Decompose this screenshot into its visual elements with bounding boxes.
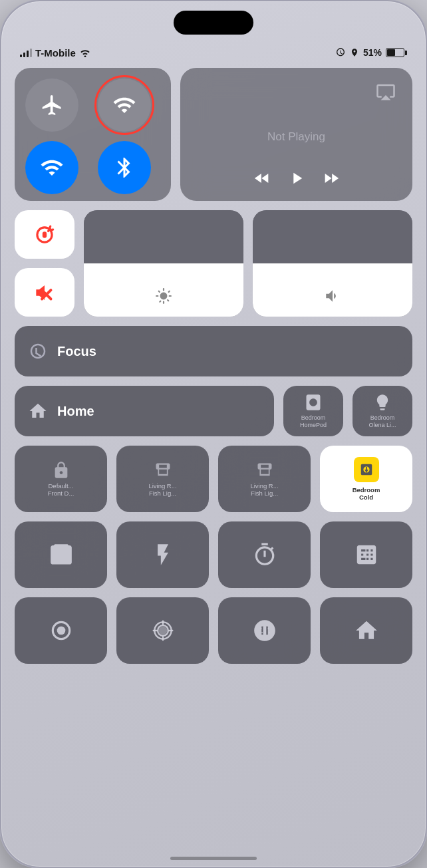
battery-percent: 51% (363, 47, 382, 58)
row-tools (15, 521, 412, 588)
svg-rect-1 (43, 231, 47, 238)
brightness-slider[interactable] (84, 210, 243, 317)
phone-frame: T-Mobile 51% (0, 0, 427, 868)
living-room-fish2-button[interactable]: Living R...Fish Lig... (218, 446, 311, 512)
screen-record-button[interactable] (15, 597, 107, 664)
watch-mirroring-button[interactable] (116, 597, 209, 664)
calculator-button[interactable] (320, 521, 412, 588)
living-room-fish1-button[interactable]: Living R...Fish Lig... (116, 446, 209, 512)
connectivity-panel (15, 68, 171, 201)
bedroom-light-button[interactable]: BedroomOlena Li... (353, 386, 412, 436)
flashlight-button[interactable] (116, 521, 209, 588)
airplay-button[interactable] (372, 78, 399, 105)
rotation-lock-button[interactable] (15, 210, 74, 259)
timer-button[interactable] (218, 521, 311, 588)
rewind-button[interactable] (253, 169, 271, 190)
default-front-door-label: Default...Front D... (45, 482, 77, 498)
media-controls (194, 169, 399, 190)
status-bar: T-Mobile 51% (1, 43, 426, 63)
small-buttons-column (15, 210, 74, 317)
living-room-fish2-label: Living R...Fish Lig... (247, 482, 281, 498)
home-indicator (170, 857, 257, 860)
control-center: Not Playing (15, 68, 412, 847)
yellow-outlet-icon (354, 457, 379, 482)
status-right: 51% (335, 47, 407, 58)
home-devices: BedroomHomePod BedroomOlena Li... (283, 386, 412, 436)
volume-up-button[interactable] (0, 161, 1, 208)
mute-button[interactable] (15, 268, 74, 317)
homekit-button[interactable] (320, 597, 412, 664)
living-room-fish1-label: Living R...Fish Lig... (146, 482, 179, 498)
bedroom-light-label: BedroomOlena Li... (368, 414, 396, 429)
cellular-data-button[interactable] (98, 78, 151, 132)
volume-down-button[interactable] (0, 217, 1, 264)
row-accessories: Default...Front D... Living R...Fish Lig… (15, 446, 412, 512)
sliders-area (84, 210, 412, 317)
battery-icon (386, 48, 407, 57)
fast-forward-button[interactable] (322, 169, 341, 190)
row-controls (15, 210, 412, 317)
not-playing-label: Not Playing (194, 105, 399, 169)
wifi-status-icon (79, 48, 91, 57)
dynamic-island (174, 11, 253, 35)
carrier-name: T-Mobile (35, 47, 76, 59)
location-icon (350, 47, 359, 58)
now-playing-panel: Not Playing (180, 68, 412, 201)
volume-slider[interactable] (253, 210, 412, 317)
sound-recognition-button[interactable] (218, 597, 311, 664)
bedroom-homepod-label: BedroomHomePod (300, 414, 327, 429)
camera-button[interactable] (15, 521, 107, 588)
play-button[interactable] (287, 169, 306, 190)
bedroom-homepod-button[interactable]: BedroomHomePod (283, 386, 343, 436)
home-label: Home (57, 404, 94, 419)
svg-point-3 (57, 627, 65, 635)
alarm-icon (335, 47, 346, 58)
wifi-button[interactable] (25, 141, 78, 194)
airplane-mode-button[interactable] (25, 78, 78, 132)
focus-label: Focus (57, 344, 96, 359)
default-front-door-button[interactable]: Default...Front D... (15, 446, 107, 512)
row-home: Home BedroomHomePod BedroomOlena Li... (15, 386, 412, 436)
focus-button[interactable]: Focus (15, 326, 412, 376)
home-button[interactable]: Home (15, 386, 274, 436)
row-bottom-tools (15, 597, 412, 664)
row-connectivity-nowplaying: Not Playing (15, 68, 412, 201)
bluetooth-button[interactable] (98, 141, 151, 194)
bedroom-cold-label: BedroomCold (350, 486, 383, 502)
signal-icon (20, 48, 32, 57)
bedroom-cold-button[interactable]: BedroomCold (320, 446, 412, 512)
row-focus: Focus (15, 326, 412, 376)
status-left: T-Mobile (20, 47, 91, 59)
